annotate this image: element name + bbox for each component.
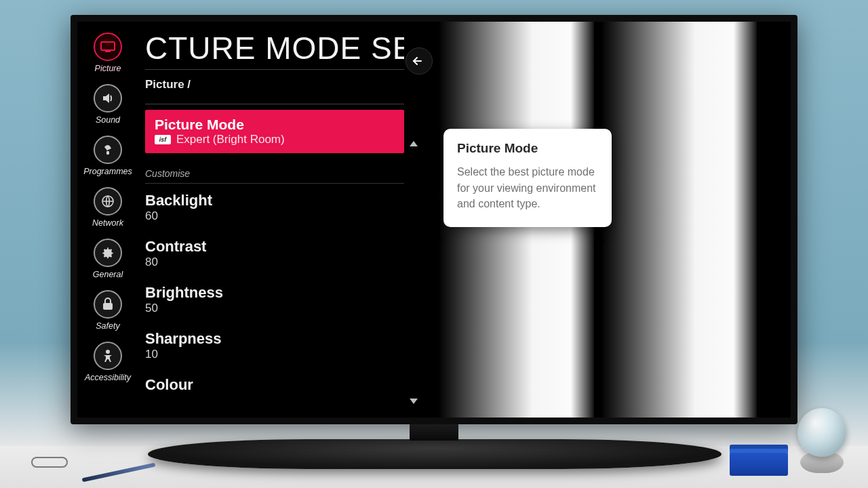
back-button[interactable] — [406, 47, 433, 75]
breadcrumb[interactable]: Picture / — [145, 70, 404, 104]
sidebar-item-label: General — [93, 270, 123, 279]
svg-point-5 — [106, 350, 110, 354]
setting-row-picture-mode[interactable]: Picture Mode isf Expert (Bright Room) — [145, 110, 404, 153]
setting-row-title: Picture Mode — [155, 117, 395, 133]
sidebar-item-label: Network — [92, 218, 123, 228]
svg-rect-4 — [103, 303, 113, 310]
setting-row-sharpness[interactable]: Sharpness 10 — [145, 322, 404, 368]
sidebar-item-network[interactable]: Network — [92, 187, 123, 228]
svg-rect-1 — [105, 51, 111, 52]
tooltip-title: Picture Mode — [457, 141, 598, 156]
sidebar-item-safety[interactable]: Safety — [94, 290, 122, 331]
help-tooltip: Picture Mode Select the best picture mod… — [443, 129, 612, 227]
setting-label: Colour — [145, 376, 404, 394]
sidebar-item-label: Safety — [96, 321, 119, 331]
setting-value: 50 — [145, 302, 404, 315]
tv-frame: Picture Sound Programmes Network — [71, 15, 797, 424]
sidebar-item-accessibility[interactable]: Accessibility — [85, 342, 131, 382]
setting-row-brightness[interactable]: Brightness 50 — [145, 276, 404, 322]
sidebar-item-programmes[interactable]: Programmes — [83, 136, 132, 176]
sidebar-item-general[interactable]: General — [93, 239, 123, 279]
picture-mode-value: Expert (Bright Room) — [176, 133, 285, 146]
sidebar-item-picture[interactable]: Picture — [94, 33, 122, 73]
section-label-customise: Customise — [145, 168, 404, 184]
setting-row-colour[interactable]: Colour — [145, 368, 404, 401]
sidebar-item-sound[interactable]: Sound — [94, 84, 122, 125]
sidebar-item-label: Accessibility — [85, 373, 131, 382]
screen: Picture Sound Programmes Network — [77, 22, 791, 418]
settings-panel: CTURE MODE SE Picture / Picture Mode isf… — [145, 22, 404, 418]
setting-value: 80 — [145, 256, 404, 269]
tv-icon — [94, 33, 122, 61]
setting-label: Sharpness — [145, 330, 404, 348]
speaker-icon — [94, 84, 122, 113]
setting-value: 10 — [145, 348, 404, 361]
gear-icon — [94, 239, 122, 267]
scroll-up-icon[interactable] — [408, 138, 419, 150]
person-icon — [94, 342, 122, 370]
setting-value: 60 — [145, 209, 404, 223]
setting-label: Backlight — [145, 192, 404, 209]
sidebar-item-label: Picture — [95, 64, 121, 73]
svg-rect-0 — [101, 42, 115, 50]
settings-sidebar: Picture Sound Programmes Network — [77, 27, 138, 418]
sidebar-item-label: Sound — [96, 115, 120, 125]
setting-row-value: isf Expert (Bright Room) — [155, 133, 395, 146]
setting-label: Brightness — [145, 284, 404, 302]
page-title: CTURE MODE SE — [145, 22, 404, 70]
tooltip-body: Select the best picture mode for your vi… — [457, 164, 598, 212]
sidebar-item-label: Programmes — [83, 167, 132, 176]
lock-icon — [94, 290, 122, 319]
satellite-icon — [94, 136, 122, 164]
setting-row-backlight[interactable]: Backlight 60 — [145, 184, 404, 230]
scroll-down-icon[interactable] — [408, 396, 419, 408]
isf-badge: isf — [155, 135, 171, 144]
setting-row-contrast[interactable]: Contrast 80 — [145, 230, 404, 276]
setting-label: Contrast — [145, 238, 404, 256]
globe-icon — [94, 187, 122, 216]
svg-rect-2 — [106, 151, 109, 155]
